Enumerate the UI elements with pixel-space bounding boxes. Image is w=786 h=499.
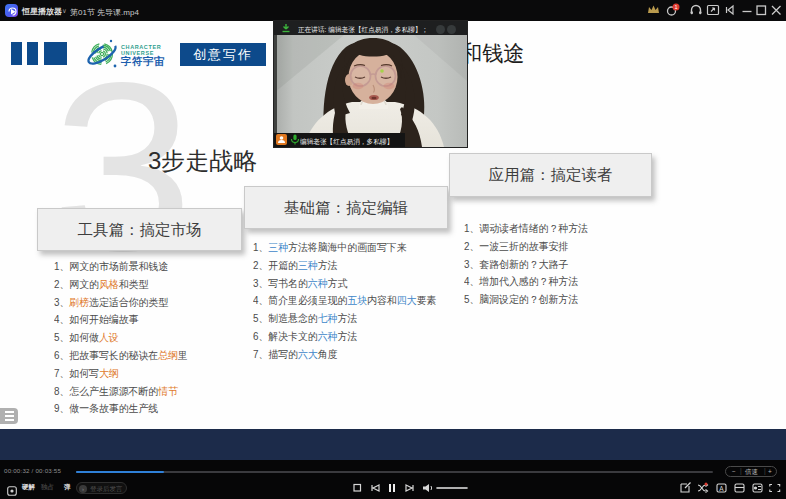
svg-text:A: A: [719, 485, 724, 492]
svg-text:1: 1: [674, 4, 677, 10]
